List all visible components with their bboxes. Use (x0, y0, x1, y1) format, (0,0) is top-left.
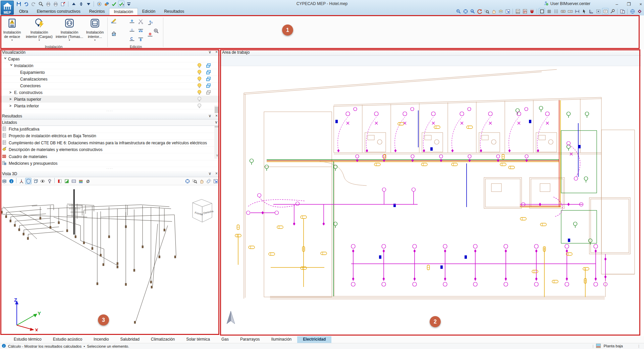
undo-icon[interactable] (23, 1, 29, 7)
orbit-shield-icon[interactable] (25, 178, 32, 184)
update-partial-icon[interactable] (103, 1, 110, 7)
listado-item[interactable]: Descripción de materiales y elementos co… (0, 147, 220, 154)
grid-points-icon[interactable] (553, 8, 559, 14)
tri-down-icon[interactable] (85, 1, 92, 7)
minimize-button[interactable]: – (616, 2, 618, 7)
tree-chevron-icon[interactable]: > (9, 97, 13, 101)
view-cube[interactable]: Frontal Derecha (189, 198, 215, 225)
discipline-tab-estudio-ac-stico[interactable]: Estudio acústico (47, 336, 88, 343)
visibility-bulb-icon[interactable] (197, 90, 202, 96)
print-config-icon[interactable] (52, 1, 59, 7)
visibility-bulb-icon[interactable] (197, 103, 202, 110)
calculate-icon[interactable] (111, 1, 117, 7)
close-panel-icon[interactable]: × (215, 171, 218, 176)
menu-tab-obra[interactable]: Obra (15, 8, 33, 15)
edit-heights-icon[interactable] (111, 30, 117, 37)
web-globe-icon[interactable] (629, 8, 636, 14)
text-box-icon[interactable] (602, 8, 608, 14)
maximize-button[interactable]: ❐ (627, 2, 631, 7)
print-copies-icon[interactable] (206, 76, 211, 83)
update-results-icon[interactable] (96, 1, 102, 7)
panel-resize-handle[interactable]: ···· (0, 109, 220, 113)
tri-up-icon[interactable] (70, 1, 77, 7)
print-copies-icon[interactable] (206, 90, 211, 96)
work-canvas[interactable] (220, 66, 640, 335)
visibility-bulb-icon[interactable] (197, 83, 202, 90)
dxf-layers-icon[interactable]: DXF (522, 8, 528, 14)
scale-icon[interactable]: 1.00 (567, 8, 573, 14)
visibility-bulb-icon[interactable] (197, 76, 202, 83)
clip-plane-icon[interactable] (70, 178, 77, 184)
calculate-query-icon[interactable]: ? (118, 1, 124, 7)
axes-icon[interactable] (18, 178, 24, 184)
discipline-tab-estudio-t-rmico[interactable]: Estudio térmico (8, 336, 47, 343)
tree-chevron-icon[interactable]: > (3, 57, 7, 61)
pan-icon[interactable] (490, 8, 497, 14)
discipline-tab-salubridad[interactable]: Salubridad (114, 336, 145, 343)
listado-item[interactable]: Ficha justificativa (0, 126, 220, 133)
tree-row-capas[interactable]: >Capas (0, 56, 220, 62)
tree-row-canalizaciones[interactable]: Canalizaciones (0, 76, 220, 83)
edit-icon[interactable] (111, 17, 117, 24)
node-scissors-icon[interactable] (138, 18, 144, 24)
dimensions-icon[interactable] (574, 8, 580, 14)
zoom-extents-icon[interactable] (462, 8, 469, 14)
ribbon-button-4[interactable]: Instalacióninterior...▼ (85, 17, 105, 45)
menu-tab-recintos[interactable]: Recintos (85, 8, 109, 15)
node-corner-icon[interactable] (147, 19, 153, 26)
listado-item[interactable]: Mediciones y presupuestos (0, 160, 220, 167)
close-panel-icon[interactable]: × (215, 50, 218, 54)
node-divide-icon[interactable] (129, 18, 135, 24)
layer-stack-icon[interactable] (77, 178, 84, 184)
close-panel-icon[interactable]: × (215, 113, 218, 118)
discipline-tab-climatizaci-n[interactable]: Climatización (145, 336, 180, 343)
wrench-config-icon[interactable] (609, 8, 615, 14)
listado-item[interactable]: Proyecto de instalación eléctrica en Baj… (0, 133, 220, 140)
discipline-tab-gas[interactable]: Gas (216, 336, 234, 343)
search-icon[interactable] (38, 1, 44, 7)
hide-elements-icon[interactable]: Ø (85, 178, 91, 184)
tree-row-e-constructivos[interactable]: >E. constructivos (0, 89, 220, 96)
menu-tab-resultados[interactable]: Resultados (160, 8, 189, 15)
zoom-window-icon[interactable] (483, 8, 490, 14)
panel-resize-handle[interactable]: ···· (0, 167, 220, 171)
print-copies-icon[interactable] (206, 69, 211, 76)
zoom-previous-icon[interactable] (455, 8, 462, 14)
rotate-cube-icon[interactable] (32, 178, 39, 184)
tree-row-conectores[interactable]: Conectores (0, 83, 220, 89)
listado-item[interactable]: Cuadro de materiales (0, 153, 220, 160)
eye-orbit-icon[interactable] (39, 178, 46, 184)
discipline-tab-incendio[interactable]: Incendio (88, 336, 114, 343)
tree-row-planta-inferior[interactable]: >Planta inferior (0, 103, 220, 109)
print-icon[interactable] (45, 1, 51, 7)
layer-visibility-icon[interactable] (1, 178, 7, 184)
info-icon[interactable]: i (8, 178, 14, 184)
visibility-bulb-icon[interactable] (197, 96, 202, 103)
tree-chevron-icon[interactable]: > (9, 64, 13, 67)
discipline-tab-solar-t-rmica[interactable]: Solar térmica (180, 336, 216, 343)
collapse-panel-icon[interactable]: ∨ (208, 171, 211, 176)
listados-section-header[interactable]: Listados ∨ (0, 119, 220, 126)
collapse-panel-icon[interactable]: ∨ (208, 50, 211, 54)
section-box-icon[interactable] (56, 178, 63, 184)
section-plane-icon[interactable] (63, 178, 70, 184)
tree-chevron-icon[interactable]: > (9, 91, 13, 94)
copy-icon[interactable]: C (129, 36, 135, 42)
visibility-bulb-icon[interactable] (197, 63, 202, 69)
3d-view-canvas[interactable]: Z Y X Frontal Derecha (0, 185, 218, 333)
capture-icon[interactable] (595, 8, 601, 14)
tri-updown-icon[interactable] (78, 1, 84, 7)
send-view-icon[interactable] (212, 178, 219, 184)
scroll-down-icon[interactable]: ∨ (216, 153, 218, 157)
listado-item[interactable]: Cumplimiento del CTE DB HE 6: Dotaciones… (0, 140, 220, 147)
save-icon[interactable] (15, 1, 22, 7)
redraw-icon[interactable] (476, 8, 483, 14)
mep-app-logo[interactable]: MEP (1, 1, 14, 15)
discipline-tab-pararrayos[interactable]: Pararrayos (234, 336, 266, 343)
object-visibility-icon[interactable] (497, 8, 504, 14)
node-join-icon[interactable] (138, 27, 144, 33)
tree-chevron-icon[interactable]: > (9, 104, 13, 108)
discipline-tab-electricidad[interactable]: Electricidad (297, 336, 331, 343)
collapse-section-icon[interactable]: ∨ (215, 120, 218, 124)
ribbon-button-3[interactable]: Instalacióninterior (Tomas...▼ (56, 17, 83, 45)
